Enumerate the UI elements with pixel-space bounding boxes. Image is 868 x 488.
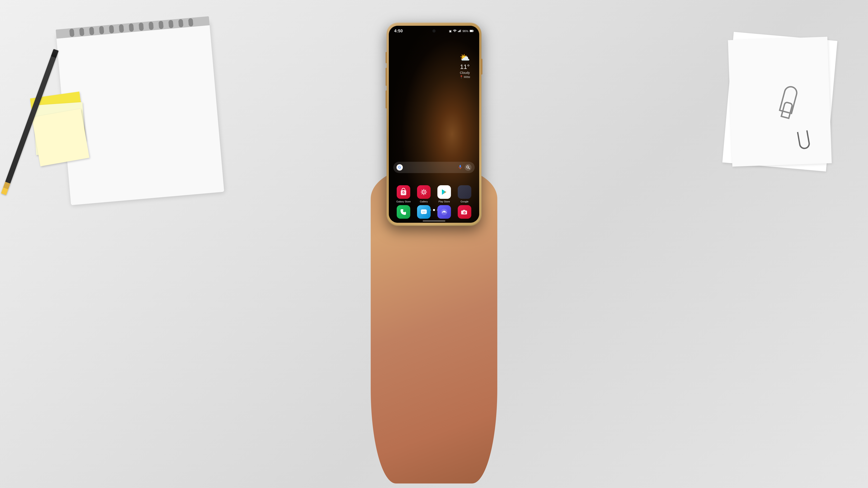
gallery-icon[interactable] <box>417 185 431 199</box>
camera-app-icon[interactable] <box>458 205 471 219</box>
google-icon[interactable] <box>458 185 471 199</box>
svg-rect-1 <box>458 31 459 32</box>
app-item-galaxy-store[interactable]: Galaxy Store <box>395 185 412 203</box>
svg-point-10 <box>467 166 468 167</box>
papers-right <box>723 36 832 172</box>
samsung-msg-icon[interactable] <box>437 205 451 219</box>
svg-rect-7 <box>473 31 474 31</box>
phone-frame: 4:50 ▣ <box>386 23 482 226</box>
svg-rect-4 <box>461 29 461 32</box>
app-item-samsung-msg[interactable] <box>435 205 453 219</box>
svg-point-25 <box>464 212 465 213</box>
phone-screen: 4:50 ▣ <box>389 26 479 223</box>
weather-location: 📍 Mitte <box>460 75 470 78</box>
weather-widget: ⛅ 11° Cloudy 📍 Mitte <box>460 53 470 78</box>
svg-point-23 <box>443 211 445 213</box>
location-pin-icon: 📍 <box>460 75 463 78</box>
app-item-google[interactable]: Google <box>456 185 473 203</box>
signal-icon <box>458 29 461 33</box>
svg-point-19 <box>423 212 423 213</box>
volume-up-button[interactable] <box>385 52 387 63</box>
phone-app-icon[interactable] <box>397 205 410 219</box>
app-item-phone[interactable] <box>395 205 412 219</box>
weather-location-text: Mitte <box>464 75 470 78</box>
google-label: Google <box>460 200 468 203</box>
play-store-label: Play Store <box>438 200 450 203</box>
svg-point-0 <box>455 32 455 32</box>
gallery-label: Gallery <box>420 200 428 203</box>
camera-notch <box>432 29 436 33</box>
wifi-icon <box>453 29 457 33</box>
app-item-messages[interactable] <box>415 205 433 219</box>
weather-icon: ⛅ <box>460 53 470 62</box>
battery-percentage: 96% <box>463 29 468 33</box>
app-item-camera[interactable] <box>456 205 473 219</box>
app-item-play-store[interactable]: Play Store <box>435 185 453 203</box>
google-search-bar[interactable]: G <box>393 162 475 173</box>
lens-search-icon[interactable] <box>465 164 471 171</box>
battery-icon <box>470 29 474 33</box>
svg-point-21 <box>425 212 426 213</box>
svg-point-20 <box>424 212 424 213</box>
app-icons-grid: Galaxy Store <box>393 185 475 205</box>
power-button[interactable] <box>481 59 483 74</box>
svg-point-17 <box>423 191 425 193</box>
volume-down-button[interactable] <box>385 68 387 86</box>
play-store-icon[interactable] <box>437 185 451 199</box>
galaxy-store-label: Galaxy Store <box>396 200 411 203</box>
screen-record-icon: ▣ <box>449 29 452 33</box>
paper-sheet-2 <box>728 37 832 166</box>
nav-bar <box>423 221 445 221</box>
app-item-gallery[interactable]: Gallery <box>415 185 433 203</box>
app-row-1: Galaxy Store <box>393 185 475 203</box>
weather-condition: Cloudy <box>460 71 470 74</box>
google-g-icon: G <box>397 164 403 170</box>
dock-row <box>393 205 475 219</box>
galaxy-store-icon[interactable] <box>397 185 410 199</box>
svg-rect-6 <box>470 30 473 32</box>
sticky-note-3 <box>32 109 90 166</box>
status-icons: ▣ <box>449 29 474 33</box>
svg-rect-3 <box>460 30 460 32</box>
voice-search-icon[interactable] <box>458 165 463 170</box>
weather-temperature: 11° <box>460 63 470 70</box>
svg-rect-2 <box>459 31 460 32</box>
status-time: 4:50 <box>394 29 403 33</box>
messages-app-icon[interactable] <box>417 205 431 219</box>
hand-phone-container: 4:50 ▣ <box>346 9 522 484</box>
bixby-button[interactable] <box>385 90 387 108</box>
